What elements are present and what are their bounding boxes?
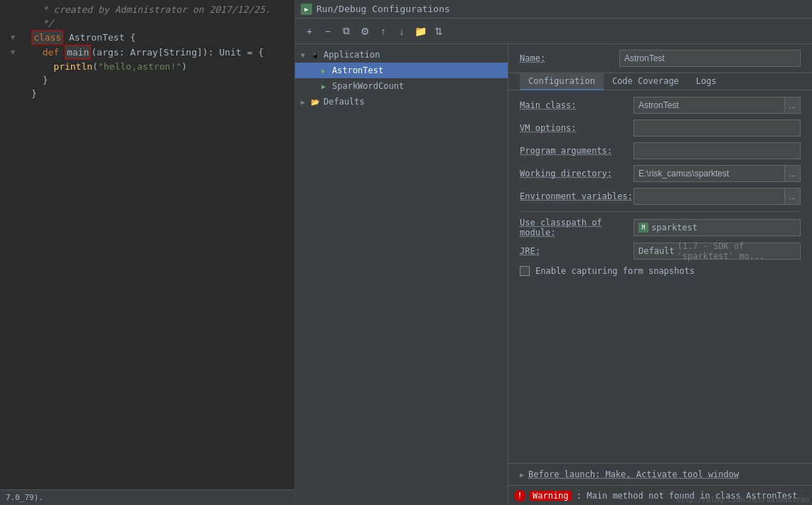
classpath-value: sparktest: [651, 223, 698, 233]
code-line: }: [0, 87, 294, 100]
fold-marker: [23, 19, 31, 28]
code-text: AstronTest {: [63, 31, 136, 44]
tree-item-defaults[interactable]: ▶ 📂 Defaults: [295, 94, 508, 110]
config-form-panel: Name: Configuration Code Coverage Logs: [508, 44, 812, 505]
code-text: * created by Administrator on 2017/12/25…: [31, 3, 271, 16]
name-field-input[interactable]: [619, 50, 801, 67]
tab-code-coverage[interactable]: Code Coverage: [604, 73, 688, 90]
tree-arrow-application: ▼: [301, 51, 309, 59]
tree-label-defaults: Defaults: [324, 97, 365, 107]
share-config-button[interactable]: ⚙: [356, 23, 373, 40]
fold-marker[interactable]: [23, 48, 31, 57]
run-debug-config-panel: ▶ Run/Debug Configurations + − ⧉ ⚙ ↑ ↓ 📁…: [295, 0, 812, 505]
bottom-bar-text: 7.0_79).: [6, 493, 43, 502]
env-vars-input-group: ...: [634, 188, 801, 205]
jre-row: JRE: Default (1.7 - SDK of 'sparktest' m…: [520, 242, 801, 260]
classpath-label: Use classpath of module:: [520, 218, 634, 238]
classpath-input-field[interactable]: M sparktest: [634, 219, 801, 236]
snapshot-row: Enable capturing form snapshots: [520, 266, 801, 276]
watermark-text: http://blog.csdn.net/dataastron: [673, 494, 812, 505]
code-text: (args: Array[String]): Unit = {: [91, 46, 264, 59]
bottom-status-bar: 7.0_79).: [0, 489, 294, 505]
tree-label-sparkwordcount: SparkWordCount: [332, 81, 404, 91]
vm-options-input[interactable]: [634, 119, 801, 137]
config-toolbar: + − ⧉ ⚙ ↑ ↓ 📁 ⇅: [295, 18, 812, 44]
main-class-row: Main class: ...: [520, 96, 801, 115]
line-gutter: ▼: [6, 46, 20, 59]
code-content: * created by Administrator on 2017/12/25…: [0, 0, 294, 248]
code-keyword-main: main: [65, 45, 91, 60]
program-args-label: Program arguments:: [520, 146, 634, 156]
code-text: }: [31, 87, 37, 100]
config-title-icon: ▶: [301, 4, 312, 15]
fold-marker[interactable]: [23, 33, 31, 42]
snapshot-label: Enable capturing form snapshots: [535, 266, 695, 276]
tree-label-application: Application: [324, 50, 380, 60]
working-dir-row: Working directory: ...: [520, 164, 801, 183]
jre-detail-text: (1.7 - SDK of 'sparktest' mo...: [678, 241, 796, 261]
warning-tag: Warning: [530, 491, 572, 501]
code-line: * created by Administrator on 2017/12/25…: [0, 3, 294, 16]
code-text: [31, 60, 53, 73]
code-text: def: [31, 46, 65, 59]
config-content-area: ▼ 📱 Application ▶ AstronTest ▶ SparkWord…: [295, 44, 812, 505]
tree-label-astrontest: AstronTest: [332, 65, 383, 75]
main-container: * created by Administrator on 2017/12/25…: [0, 0, 812, 505]
code-editor-panel: * created by Administrator on 2017/12/25…: [0, 0, 295, 505]
jre-label: JRE:: [520, 246, 634, 256]
code-text: }: [31, 73, 48, 87]
main-class-browse-button[interactable]: ...: [785, 97, 801, 114]
code-text: ): [181, 60, 187, 73]
remove-config-button[interactable]: −: [319, 23, 336, 40]
code-text: (: [92, 60, 98, 73]
astrontest-config-icon: ▶: [318, 65, 329, 76]
classpath-row: Use classpath of module: M sparktest: [520, 218, 801, 238]
name-field-label: Name:: [520, 53, 619, 63]
code-text: println: [53, 60, 92, 73]
main-class-input[interactable]: [634, 97, 785, 114]
jre-dropdown[interactable]: Default (1.7 - SDK of 'sparktest' mo...: [634, 243, 801, 260]
code-line: }: [0, 73, 294, 87]
move-up-button[interactable]: ↑: [375, 23, 392, 40]
tree-item-sparkwordcount[interactable]: ▶ SparkWordCount: [295, 78, 508, 94]
before-launch-header[interactable]: ▶ Before launch: Make, Activate tool win…: [520, 469, 801, 479]
working-dir-browse-button[interactable]: ...: [785, 165, 801, 182]
vm-options-label: VM options:: [520, 123, 634, 133]
program-args-input[interactable]: [634, 142, 801, 159]
tab-configuration[interactable]: Configuration: [520, 73, 604, 90]
tree-arrow-defaults: ▶: [301, 98, 309, 106]
tab-logs[interactable]: Logs: [688, 73, 725, 90]
env-vars-browse-button[interactable]: ...: [785, 188, 801, 205]
folder-button[interactable]: 📁: [412, 23, 429, 40]
main-class-label: Main class:: [520, 100, 634, 110]
name-row: Name:: [508, 44, 812, 73]
sparkwordcount-config-icon: ▶: [318, 80, 329, 92]
main-class-input-group: ...: [634, 97, 801, 114]
warning-bar: ! Warning : Main method not found in cla…: [508, 485, 812, 505]
snapshot-checkbox[interactable]: [520, 266, 530, 276]
sort-button[interactable]: ⇅: [430, 23, 447, 40]
vm-options-row: VM options:: [520, 119, 801, 137]
config-tree-panel: ▼ 📱 Application ▶ AstronTest ▶ SparkWord…: [295, 44, 508, 505]
code-line: ▼ class AstronTest {: [0, 30, 294, 45]
tree-item-application[interactable]: ▼ 📱 Application: [295, 47, 508, 63]
tree-item-astrontest[interactable]: ▶ AstronTest: [295, 63, 508, 78]
config-tabs: Configuration Code Coverage Logs: [508, 73, 812, 90]
working-dir-label: Working directory:: [520, 169, 634, 179]
jre-default-text: Default: [639, 246, 675, 256]
config-window-title: Run/Debug Configurations: [316, 4, 450, 14]
code-keyword-class: class: [31, 30, 63, 45]
copy-config-button[interactable]: ⧉: [338, 23, 355, 40]
code-line: println ( "hello,astron!" ): [0, 60, 294, 73]
env-vars-row: Environment variables: ...: [520, 187, 801, 206]
working-dir-input[interactable]: [634, 165, 785, 182]
module-icon: M: [639, 223, 648, 233]
move-down-button[interactable]: ↓: [393, 23, 410, 40]
code-text: */: [31, 16, 53, 30]
env-vars-input[interactable]: [634, 188, 785, 205]
fold-marker: [23, 63, 31, 71]
env-vars-label: Environment variables:: [520, 191, 634, 201]
before-launch-section: ▶ Before launch: Make, Activate tool win…: [508, 463, 812, 485]
add-config-button[interactable]: +: [301, 23, 318, 40]
code-line: ▼ def main (args: Array[String]): Unit =…: [0, 45, 294, 60]
